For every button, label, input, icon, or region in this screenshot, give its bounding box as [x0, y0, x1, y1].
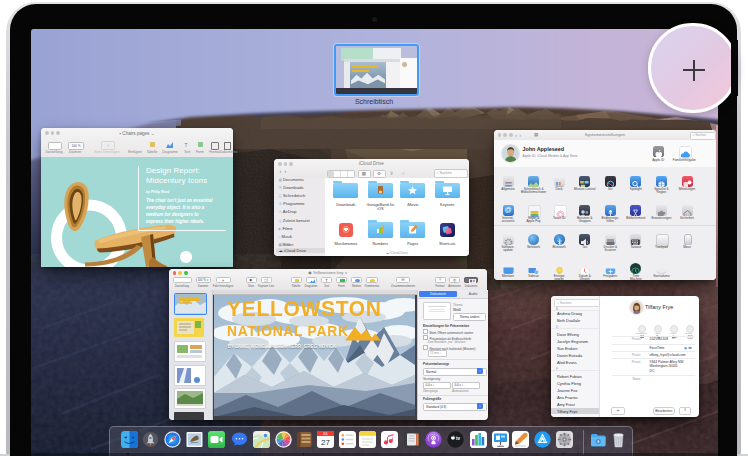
svg-text:JUL: JUL [322, 432, 328, 436]
svg-text:tv: tv [456, 436, 461, 441]
svg-text:27: 27 [321, 437, 330, 446]
